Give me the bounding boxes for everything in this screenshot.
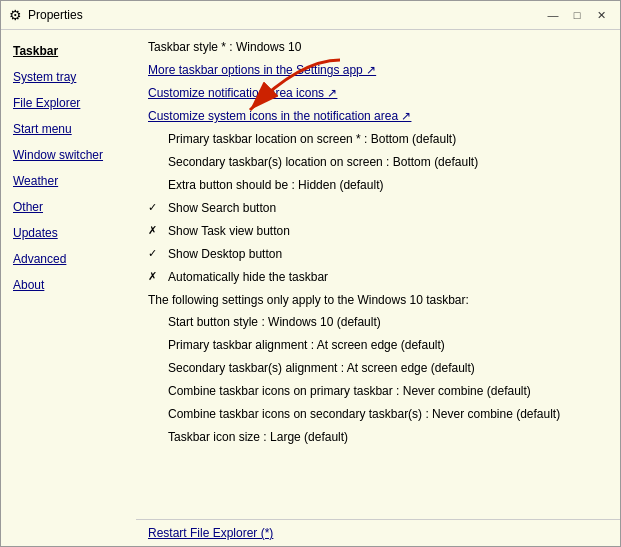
window-icon: ⚙ <box>9 7 22 23</box>
show-taskview-text: Show Task view button <box>168 222 290 240</box>
combine-secondary-text: Combine taskbar icons on secondary taskb… <box>168 405 560 423</box>
line-secondary-alignment: Secondary taskbar(s) alignment : At scre… <box>148 359 608 377</box>
sidebar-item-file-explorer[interactable]: File Explorer <box>1 90 136 116</box>
cross-autohide-icon: ✗ <box>148 268 168 285</box>
primary-location-text: Primary taskbar location on screen * : B… <box>168 130 456 148</box>
check-search-icon: ✓ <box>148 199 168 216</box>
auto-hide-text: Automatically hide the taskbar <box>168 268 328 286</box>
line-customize-notification[interactable]: Customize notification area icons ↗ <box>148 84 608 102</box>
line-show-desktop: ✓ Show Desktop button <box>148 245 608 263</box>
window-title: Properties <box>28 8 83 22</box>
title-bar-controls: — □ ✕ <box>542 5 612 25</box>
icon-size-text: Taskbar icon size : Large (default) <box>168 428 348 446</box>
more-taskbar-options-link[interactable]: More taskbar options in the Settings app… <box>148 61 376 79</box>
customize-system-icons-link[interactable]: Customize system icons in the notificati… <box>148 107 411 125</box>
line-customize-system-icons[interactable]: Customize system icons in the notificati… <box>148 107 608 125</box>
minimize-button[interactable]: — <box>542 5 564 25</box>
footer: Restart File Explorer (*) <box>136 519 620 546</box>
show-search-text: Show Search button <box>168 199 276 217</box>
line-secondary-location: Secondary taskbar(s) location on screen … <box>148 153 608 171</box>
line-auto-hide: ✗ Automatically hide the taskbar <box>148 268 608 286</box>
title-bar-left: ⚙ Properties <box>9 7 83 23</box>
line-more-options[interactable]: More taskbar options in the Settings app… <box>148 61 608 79</box>
taskbar-style-text: Taskbar style * : Windows 10 <box>148 38 301 56</box>
title-bar: ⚙ Properties — □ ✕ <box>1 1 620 30</box>
line-primary-location: Primary taskbar location on screen * : B… <box>148 130 608 148</box>
line-start-style: Start button style : Windows 10 (default… <box>148 313 608 331</box>
maximize-button[interactable]: □ <box>566 5 588 25</box>
combine-primary-text: Combine taskbar icons on primary taskbar… <box>168 382 531 400</box>
restart-file-explorer-link[interactable]: Restart File Explorer (*) <box>148 526 273 540</box>
line-show-search: ✓ Show Search button <box>148 199 608 217</box>
sidebar-item-about[interactable]: About <box>1 272 136 298</box>
sidebar-item-window-switcher[interactable]: Window switcher <box>1 142 136 168</box>
check-desktop-icon: ✓ <box>148 245 168 262</box>
close-button[interactable]: ✕ <box>590 5 612 25</box>
main-panel: Taskbar style * : Windows 10 More taskba… <box>136 30 620 519</box>
line-icon-size: Taskbar icon size : Large (default) <box>148 428 608 446</box>
line-primary-alignment: Primary taskbar alignment : At screen ed… <box>148 336 608 354</box>
customize-notification-link[interactable]: Customize notification area icons ↗ <box>148 84 337 102</box>
line-taskbar-style: Taskbar style * : Windows 10 <box>148 38 608 56</box>
sidebar: Taskbar System tray File Explorer Start … <box>1 30 136 546</box>
sidebar-item-start-menu[interactable]: Start menu <box>1 116 136 142</box>
sidebar-item-advanced[interactable]: Advanced <box>1 246 136 272</box>
sidebar-item-weather[interactable]: Weather <box>1 168 136 194</box>
sidebar-item-system-tray[interactable]: System tray <box>1 64 136 90</box>
win10-notice-text: The following settings only apply to the… <box>148 291 469 309</box>
cross-taskview-icon: ✗ <box>148 222 168 239</box>
secondary-alignment-text: Secondary taskbar(s) alignment : At scre… <box>168 359 475 377</box>
secondary-location-text: Secondary taskbar(s) location on screen … <box>168 153 478 171</box>
show-desktop-text: Show Desktop button <box>168 245 282 263</box>
line-combine-primary: Combine taskbar icons on primary taskbar… <box>148 382 608 400</box>
line-extra-button: Extra button should be : Hidden (default… <box>148 176 608 194</box>
sidebar-item-taskbar[interactable]: Taskbar <box>1 38 136 64</box>
line-win10-notice: The following settings only apply to the… <box>148 291 608 309</box>
start-style-text: Start button style : Windows 10 (default… <box>168 313 381 331</box>
extra-button-text: Extra button should be : Hidden (default… <box>168 176 383 194</box>
line-task-view: ✗ Show Task view button <box>148 222 608 240</box>
content-area: Taskbar System tray File Explorer Start … <box>1 30 620 546</box>
properties-window: ⚙ Properties — □ ✕ Taskbar System tray F… <box>0 0 621 547</box>
sidebar-item-other[interactable]: Other <box>1 194 136 220</box>
primary-alignment-text: Primary taskbar alignment : At screen ed… <box>168 336 445 354</box>
line-combine-secondary: Combine taskbar icons on secondary taskb… <box>148 405 608 423</box>
sidebar-item-updates[interactable]: Updates <box>1 220 136 246</box>
